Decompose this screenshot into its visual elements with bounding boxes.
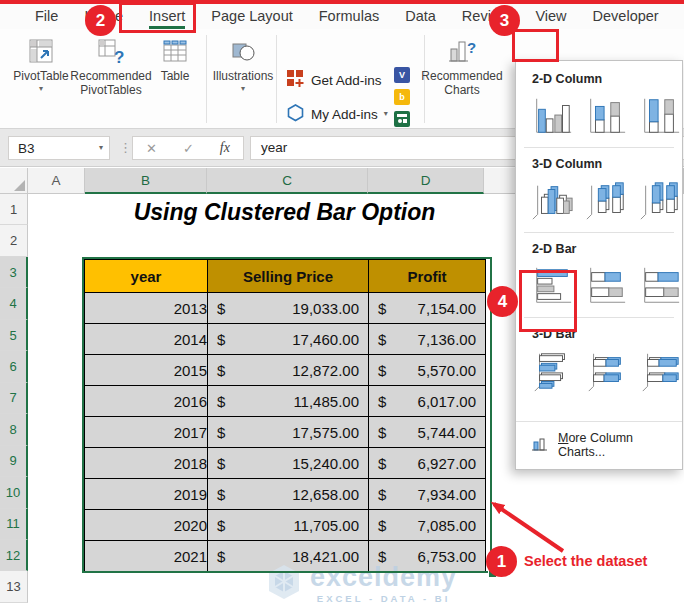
row-header-1[interactable]: 1 [0,194,28,225]
section-title: 3-D Column [532,157,682,171]
recommended-charts-button[interactable]: ? Recommended Charts [428,35,496,98]
cell-year[interactable]: 2016 [85,386,208,417]
cell-profit[interactable]: $5,744.00 [369,417,486,448]
stacked-bar-option[interactable] [584,264,628,308]
cell-year[interactable]: 2017 [85,417,208,448]
select-all-corner[interactable] [0,168,28,194]
worksheet-title-cell[interactable]: Using Clustered Bar Option [85,199,484,226]
cell-year-header[interactable]: year [85,260,208,293]
cell-price[interactable]: $15,240.00 [208,448,369,479]
column-header-c[interactable]: C [207,168,368,194]
cell-price[interactable]: $17,575.00 [208,417,369,448]
name-box[interactable]: B3 ▾ [8,136,110,160]
stacked-100-bar-option[interactable] [638,264,682,308]
tab-developer[interactable]: Developer [580,4,672,29]
tab-data[interactable]: Data [392,4,449,29]
recommended-pivottables-button[interactable]: ? Recommended PivotTables [70,35,152,98]
table-button[interactable]: Table [152,35,198,83]
people-graph-addin-icon[interactable] [394,111,410,127]
row-header-9[interactable]: 9 [0,446,28,477]
row-header-10[interactable]: 10 [0,477,28,508]
group-divider [276,35,277,123]
bing-addin-icon[interactable]: b [394,89,410,105]
cell-price-header[interactable]: Selling Price [208,260,369,293]
row-header-13[interactable]: 13 [0,571,28,602]
cell-year[interactable]: 2021 [85,541,208,572]
3d-stacked-bar-option[interactable] [584,349,628,393]
step-1-marker: 1 [486,546,517,577]
cell-profit[interactable]: $7,154.00 [369,293,486,324]
cell-year[interactable]: 2015 [85,355,208,386]
drag-dots-icon: ⋮ [119,140,132,155]
clustered-column-option[interactable] [530,94,574,138]
cell-price[interactable]: $11,485.00 [208,386,369,417]
cell-price[interactable]: $12,658.00 [208,479,369,510]
cell-year[interactable]: 2020 [85,510,208,541]
cell-profit[interactable]: $7,085.00 [369,510,486,541]
visio-addin-icon[interactable]: V [394,67,410,83]
column-header-d[interactable]: D [368,168,484,194]
excel-window: File Home Insert Page Layout Formulas Da… [0,0,684,612]
cell-price[interactable]: $11,705.00 [208,510,369,541]
3d-stacked-column-option[interactable] [584,179,628,223]
tab-file[interactable]: File [22,4,71,29]
table-row: 2019 $12,658.00 $7,934.00 [85,479,486,510]
table-row: 2014 $17,460.00 $7,136.00 [85,324,486,355]
row-header-8[interactable]: 8 [0,414,28,445]
tab-view[interactable]: View [522,4,579,29]
cancel-icon[interactable]: ✕ [146,141,157,156]
cell-profit-header[interactable]: Profit [369,260,486,293]
row-header-4[interactable]: 4 [0,288,28,319]
table-row: 2018 $15,240.00 $6,927.00 [85,448,486,479]
cell-profit[interactable]: $6,927.00 [369,448,486,479]
cell-price[interactable]: $18,421.00 [208,541,369,572]
row-header-6[interactable]: 6 [0,351,28,382]
menu-divider [524,147,674,148]
svg-text:?: ? [467,39,476,56]
cell-price[interactable]: $19,033.00 [208,293,369,324]
cell-year[interactable]: 2018 [85,448,208,479]
cell-year[interactable]: 2013 [85,293,208,324]
stacked-column-option[interactable] [584,94,628,138]
column-header-b[interactable]: B [85,168,207,194]
3d-stacked-100-column-option[interactable] [638,179,682,223]
3d-stacked-100-bar-option[interactable] [638,349,682,393]
get-addins-button[interactable]: Get Add-ins [286,69,382,91]
cell-profit[interactable]: $5,570.00 [369,355,486,386]
illustrations-button[interactable]: Illustrations ▾ [212,35,274,93]
column-header-a[interactable]: A [28,168,85,194]
row-header-7[interactable]: 7 [0,383,28,414]
stacked-100-column-option[interactable] [638,94,682,138]
recommended-charts-icon: ? [447,35,477,65]
pivottable-button[interactable]: PivotTable ▾ [12,35,70,93]
row-header-5[interactable]: 5 [0,320,28,351]
enter-icon[interactable]: ✓ [183,141,194,156]
tab-page-layout[interactable]: Page Layout [198,4,305,29]
group-divider [206,35,207,123]
column-chart-dropdown-menu: 2-D Column [515,60,683,470]
tab-formulas[interactable]: Formulas [306,4,392,29]
cell-profit[interactable]: $7,136.00 [369,324,486,355]
insert-function-icon[interactable]: fx [220,140,230,156]
cell-profit[interactable]: $6,753.00 [369,541,486,572]
row-header-2[interactable]: 2 [0,225,28,256]
tab-help[interactable]: Help [672,4,684,29]
cell-year[interactable]: 2014 [85,324,208,355]
3d-clustered-column-option[interactable] [530,179,574,223]
menu-divider [524,232,674,233]
top-red-border [0,0,684,4]
table-row: 2017 $17,575.00 $5,744.00 [85,417,486,448]
illustrations-icon [230,35,257,65]
3d-clustered-bar-option[interactable] [530,349,574,393]
my-addins-button[interactable]: My Add-ins ▾ [286,103,388,125]
more-column-charts-item[interactable]: More Column Charts... [516,421,682,469]
cell-profit[interactable]: $7,934.00 [369,479,486,510]
section-3d-bar: 3-D Bar [516,320,682,400]
row-header-12[interactable]: 12 [0,540,28,571]
cell-price[interactable]: $12,872.00 [208,355,369,386]
row-header-3[interactable]: 3 [0,257,28,288]
cell-price[interactable]: $17,460.00 [208,324,369,355]
cell-year[interactable]: 2019 [85,479,208,510]
row-header-11[interactable]: 11 [0,509,28,540]
cell-profit[interactable]: $6,017.00 [369,386,486,417]
